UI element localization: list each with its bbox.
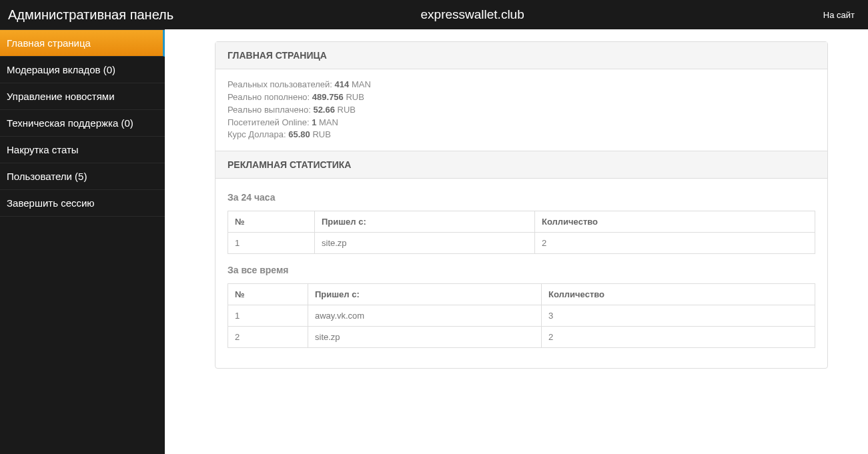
- stat-label: Посетителей Online:: [228, 117, 312, 127]
- stat-topup: Реально пополнено: 489.756 RUB: [228, 91, 815, 104]
- sidebar-item-logout[interactable]: Завершить сессию: [0, 190, 165, 217]
- stat-online: Посетителей Online: 1 MAN: [228, 117, 815, 129]
- cell-from: away.vk.com: [308, 305, 542, 327]
- sidebar-item-support[interactable]: Техническая поддержка (0): [0, 110, 165, 137]
- stat-unit: MAN: [349, 79, 371, 89]
- stat-value: 65.80: [288, 129, 310, 139]
- page-title: ГЛАВНАЯ СТРАНИЦА: [215, 42, 827, 69]
- table-24h: № Пришел с: Колличество 1 site.zp 2: [228, 211, 815, 254]
- stat-paid: Реально выплачено: 52.66 RUB: [228, 104, 815, 117]
- app-title: Административная панель: [0, 7, 173, 23]
- stat-unit: RUB: [310, 129, 331, 139]
- cell-num: 2: [228, 327, 308, 348]
- table-all-title: За все время: [228, 265, 815, 275]
- cell-num: 1: [228, 305, 308, 327]
- topbar: Административная панель expresswallet.cl…: [0, 0, 868, 29]
- stat-label: Реальных пользователей:: [228, 79, 335, 89]
- stat-unit: MAN: [316, 117, 338, 127]
- table-row: 2 site.zp 2: [228, 327, 815, 348]
- stat-unit: RUB: [344, 92, 364, 102]
- col-count: Колличество: [542, 284, 815, 305]
- stat-label: Реально выплачено:: [228, 105, 313, 115]
- cell-from: site.zp: [308, 327, 542, 348]
- stat-value: 414: [335, 79, 350, 89]
- col-from: Пришел с:: [308, 284, 542, 305]
- col-count: Колличество: [535, 211, 815, 233]
- table-all-time: № Пришел с: Колличество 1 away.vk.com 3 …: [228, 283, 815, 348]
- domain-label: expresswallet.club: [421, 7, 524, 22]
- stat-unit: RUB: [335, 105, 356, 115]
- sidebar-item-moderation[interactable]: Модерация вкладов (0): [0, 57, 165, 83]
- stat-real-users: Реальных пользователей: 414 MAN: [228, 79, 815, 91]
- table-row: 1 away.vk.com 3: [228, 305, 815, 327]
- table-header-row: № Пришел с: Колличество: [228, 211, 815, 233]
- stat-label: Реально пополнено:: [228, 92, 312, 102]
- cell-count: 2: [535, 233, 815, 254]
- site-link[interactable]: На сайт: [823, 10, 855, 20]
- table-24h-title: За 24 часа: [228, 192, 815, 203]
- sidebar: Главная страница Модерация вкладов (0) У…: [0, 29, 165, 454]
- col-num: №: [228, 284, 308, 305]
- cell-count: 3: [542, 305, 815, 327]
- sidebar-item-users[interactable]: Пользователи (5): [0, 163, 165, 190]
- stats-block: Реальных пользователей: 414 MAN Реально …: [215, 69, 827, 151]
- stat-value: 52.66: [313, 105, 335, 115]
- ad-stats-body: За 24 часа № Пришел с: Колличество 1 sit…: [215, 179, 827, 368]
- col-num: №: [228, 211, 315, 233]
- cell-num: 1: [228, 233, 315, 254]
- ad-stats-heading: РЕКЛАМНАЯ СТАТИСТИКА: [215, 151, 827, 179]
- stat-value: 489.756: [312, 92, 344, 102]
- stat-label: Курс Доллара:: [228, 129, 288, 139]
- cell-from: site.zp: [315, 233, 535, 254]
- col-from: Пришел с:: [315, 211, 535, 233]
- table-header-row: № Пришел с: Колличество: [228, 284, 815, 305]
- main-panel: ГЛАВНАЯ СТРАНИЦА Реальных пользователей:…: [215, 41, 828, 369]
- stat-rate: Курс Доллара: 65.80 RUB: [228, 129, 815, 141]
- sidebar-item-stats-boost[interactable]: Накрутка статы: [0, 137, 165, 163]
- cell-count: 2: [542, 327, 815, 348]
- main-content: ГЛАВНАЯ СТРАНИЦА Реальных пользователей:…: [165, 29, 868, 454]
- sidebar-item-home[interactable]: Главная страница: [0, 30, 165, 57]
- sidebar-item-news[interactable]: Управление новостями: [0, 83, 165, 110]
- table-row: 1 site.zp 2: [228, 233, 815, 254]
